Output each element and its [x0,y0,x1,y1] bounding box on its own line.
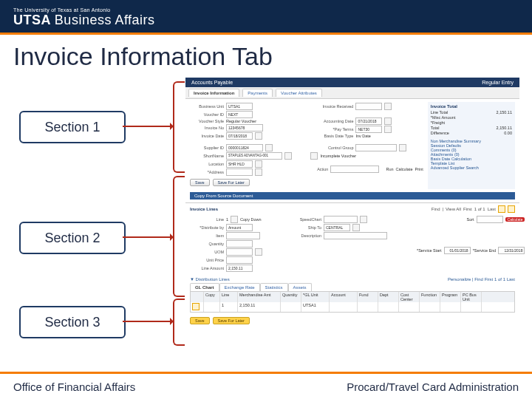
label-bu: Business Unit [190,104,224,109]
connector-1 [123,126,173,127]
header-rule [0,33,532,35]
label-acct-date: Accounting Date [310,119,353,123]
checkbox-copydown[interactable] [231,216,238,223]
label-address: *Address [190,170,224,174]
lookup-icon[interactable] [284,152,292,160]
input-speedchart[interactable] [324,216,358,223]
run-button[interactable]: Run [386,167,393,171]
nav-last[interactable]: Last [507,277,515,282]
section-1-label: Section 1 [19,111,126,143]
tab-voucher-attr[interactable]: Voucher Attributes [276,89,322,97]
input-freight[interactable] [497,120,512,125]
select-action[interactable] [330,166,379,173]
td-cost-center[interactable] [399,302,420,312]
add-row-icon[interactable] [192,303,200,310]
td-function[interactable] [420,302,440,312]
td-fund[interactable] [358,302,378,312]
calc-badge[interactable]: Calculate [505,217,525,222]
input-svc-end[interactable]: 12/31/2018 [498,247,525,254]
label-line: Line [190,217,224,222]
input-invoice-no[interactable]: 12345678 [226,124,263,132]
th-dept: Dept [378,292,399,302]
app-title: Accounts Payable [191,80,233,85]
save-later-button[interactable]: Save For Later [213,179,250,186]
save-later-button-bottom[interactable]: Save For Later [213,317,250,324]
calendar-icon[interactable] [384,103,392,110]
lookup-icon[interactable] [255,168,262,176]
td-account[interactable] [330,302,358,312]
lookup-icon[interactable] [255,160,262,168]
td-dept[interactable] [378,302,399,312]
print-button[interactable]: Print [415,167,423,171]
tab-payments[interactable]: Payments [242,89,273,97]
td-pc-bu[interactable] [461,302,482,312]
label-incomplete: Incomplete Voucher [320,154,356,158]
lookup-icon[interactable] [360,216,367,223]
lookup-icon[interactable] [265,144,273,151]
nav-last[interactable]: Last [488,207,496,211]
label-speedchart: SpeedChart [292,217,321,222]
calc-button[interactable]: Calculate [396,167,413,171]
calendar-icon[interactable] [255,132,262,140]
input-misc[interactable] [497,115,512,120]
nav-count: 1 of 1 [494,277,505,282]
link-view-all[interactable]: View All [446,207,461,211]
lookup-icon[interactable] [255,248,262,256]
input-inv-received[interactable] [355,103,382,110]
input-quantity[interactable] [226,240,253,248]
checkbox-incomplete[interactable] [310,152,318,160]
input-invoice-date[interactable]: 07/18/2018 [226,132,253,140]
subtab-exchange[interactable]: Exchange Rate [219,283,260,291]
tab-invoice-info[interactable]: Invoice Information [188,89,239,97]
lookup-icon[interactable] [384,126,392,133]
label-voucher-style: Voucher Style [190,119,224,123]
subtab-assets[interactable]: Assets [288,283,312,291]
input-svc-start[interactable]: 01/01/2018 [444,247,471,254]
lookup-icon[interactable] [352,224,360,231]
th-fund: Fund [358,292,378,302]
input-shortname[interactable]: STAPLES ADVANTAG-001 [226,152,282,160]
calendar-icon[interactable] [384,117,392,125]
input-line-amount[interactable]: 2,150.11 [226,265,253,272]
input-control-group[interactable] [355,144,397,151]
input-shipto[interactable]: CENTRAL [324,224,350,231]
input-uom[interactable] [226,248,253,256]
delete-row-icon[interactable] [508,205,515,213]
section-3-label: Section 3 [19,306,126,338]
input-unit-price[interactable] [226,256,253,264]
th-pc-bu: PC Bus Unit [461,292,482,302]
td-merch-amt[interactable]: 2,150.11 [238,302,281,312]
select-sort[interactable] [477,216,503,223]
input-item[interactable] [226,232,260,239]
save-button[interactable]: Save [190,179,210,186]
add-row-icon[interactable] [498,205,505,213]
lookup-icon[interactable] [399,144,406,151]
nav-first[interactable]: First [463,207,472,211]
nav-count: 1 of 1 [474,207,485,211]
save-button-bottom[interactable]: Save [190,317,210,324]
copy-from-header[interactable]: Copy From Source Document [190,192,515,200]
select-distribute-by[interactable]: Amount [226,224,253,231]
td-program[interactable] [440,302,461,312]
link-personalize[interactable]: Personalize | Find [448,277,483,282]
td-glunit[interactable]: UTSA1 [301,302,330,312]
input-description[interactable] [324,232,387,239]
th-function: Function [420,292,440,302]
label-sort: Sort [466,217,474,222]
dist-title[interactable]: ▼ Distribution Lines [190,277,230,282]
input-pay-terms[interactable]: NET30 [355,126,382,133]
td-qty[interactable] [281,302,301,312]
university-line: The University of Texas at San Antonio [13,7,155,13]
input-address[interactable] [226,168,253,176]
input-supplier-id[interactable]: 0000011824 [226,144,263,151]
connector-3 [123,321,173,322]
link-adv-supplier[interactable]: Advanced Supplier Search [431,166,512,170]
subtab-stats[interactable]: Statistics [260,283,288,291]
subtab-glchart[interactable]: GL Chart [190,283,219,291]
summary-title: Invoice Total [431,104,512,109]
slide-title: Invoice Information Tab [13,42,532,71]
input-acct-date[interactable]: 07/21/2018 [355,117,382,125]
input-location[interactable]: SHR HLD [226,160,253,168]
nav-first[interactable]: First [485,277,494,282]
link-find[interactable]: Find [432,207,440,211]
